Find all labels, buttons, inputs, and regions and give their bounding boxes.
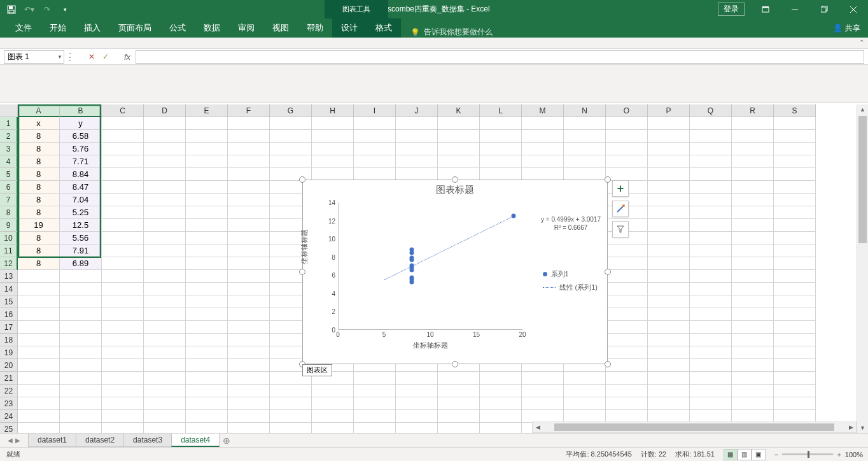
cell-F10[interactable] [228,232,270,245]
y-axis-title[interactable]: 坐标轴标题 [300,229,309,264]
cell-P9[interactable] [648,219,690,232]
tab-data[interactable]: 数据 [195,18,229,38]
cell-R18[interactable] [732,334,774,346]
cell-I24[interactable] [354,410,396,423]
row-header-7[interactable]: 7 [0,194,18,206]
cell-D16[interactable] [144,308,186,321]
row-header-20[interactable]: 20 [0,359,18,372]
cell-E13[interactable] [186,270,228,283]
cell-C15[interactable] [102,295,144,308]
cell-P15[interactable] [648,295,690,308]
tab-home[interactable]: 开始 [41,18,75,38]
cell-D15[interactable] [144,295,186,308]
cell-S21[interactable] [774,372,816,385]
cell-H2[interactable] [312,130,354,143]
cell-M1[interactable] [522,117,564,130]
col-header-I[interactable]: I [354,104,396,117]
chart-handle-top-left[interactable] [299,176,305,183]
row-header-9[interactable]: 9 [0,219,18,232]
cell-K24[interactable] [438,410,480,423]
chart-filters-button[interactable] [612,221,629,238]
cell-Q7[interactable] [690,194,732,206]
formula-input[interactable] [136,50,864,64]
tab-file[interactable]: 文件 [6,18,41,38]
sheet-tab-dataset4[interactable]: dataset4 [171,434,220,447]
cell-R14[interactable] [732,283,774,295]
cell-B7[interactable]: 7.04 [60,194,102,206]
col-header-P[interactable]: P [648,104,690,117]
cell-D7[interactable] [144,194,186,206]
col-header-S[interactable]: S [774,104,816,117]
cell-F21[interactable] [228,372,270,385]
col-header-O[interactable]: O [606,104,648,117]
row-header-22[interactable]: 22 [0,385,18,397]
col-header-Q[interactable]: Q [690,104,732,117]
cell-F2[interactable] [228,130,270,143]
cell-A25[interactable] [18,423,60,433]
cell-K1[interactable] [438,117,480,130]
cell-D22[interactable] [144,385,186,397]
tab-layout[interactable]: 页面布局 [109,18,160,38]
cell-S19[interactable] [774,346,816,359]
cell-P5[interactable] [648,168,690,181]
cell-G24[interactable] [270,410,312,423]
cell-S7[interactable] [774,194,816,206]
cell-D4[interactable] [144,155,186,168]
cell-A5[interactable]: 8 [18,168,60,181]
zoom-slider[interactable] [782,453,833,455]
cell-P11[interactable] [648,245,690,257]
cell-P12[interactable] [648,257,690,270]
cell-O20[interactable] [606,359,648,372]
cell-B9[interactable]: 12.5 [60,219,102,232]
cell-Q22[interactable] [690,385,732,397]
cell-L5[interactable] [480,168,522,181]
cell-C24[interactable] [102,410,144,423]
cell-O13[interactable] [606,270,648,283]
cell-F15[interactable] [228,295,270,308]
cell-O3[interactable] [606,143,648,155]
cell-R13[interactable] [732,270,774,283]
col-header-A[interactable]: A [18,104,60,117]
row-header-5[interactable]: 5 [0,168,18,181]
cell-B10[interactable]: 5.56 [60,232,102,245]
cell-O4[interactable] [606,155,648,168]
cell-I25[interactable] [354,423,396,433]
cell-N5[interactable] [564,168,606,181]
cell-H5[interactable] [312,168,354,181]
chart-handle-mid-left[interactable] [299,269,305,275]
sheet-tab-dataset3[interactable]: dataset3 [123,434,172,447]
data-point-9[interactable] [410,256,414,260]
cell-E1[interactable] [186,117,228,130]
zoom-value[interactable]: 100% [845,451,863,458]
col-header-R[interactable]: R [732,104,774,117]
cell-N2[interactable] [564,130,606,143]
cell-I2[interactable] [354,130,396,143]
cell-P10[interactable] [648,232,690,245]
cell-Q3[interactable] [690,143,732,155]
cell-P4[interactable] [648,155,690,168]
cell-F14[interactable] [228,283,270,295]
cell-I22[interactable] [354,385,396,397]
row-header-11[interactable]: 11 [0,245,18,257]
cell-N1[interactable] [564,117,606,130]
cell-D13[interactable] [144,270,186,283]
horizontal-scrollbar[interactable]: ◀ ▶ [532,422,857,433]
cell-Q10[interactable] [690,232,732,245]
cell-D3[interactable] [144,143,186,155]
cell-A18[interactable] [18,334,60,346]
cell-S20[interactable] [774,359,816,372]
chart-legend[interactable]: 系列1 线性 (系列1) [543,269,598,296]
row-header-16[interactable]: 16 [0,308,18,321]
cell-F18[interactable] [228,334,270,346]
cell-A9[interactable]: 19 [18,219,60,232]
cell-J1[interactable] [396,117,438,130]
cell-D2[interactable] [144,130,186,143]
cell-Q17[interactable] [690,321,732,334]
cell-H1[interactable] [312,117,354,130]
cell-S10[interactable] [774,232,816,245]
cell-A12[interactable]: 8 [18,257,60,270]
row-header-1[interactable]: 1 [0,117,18,130]
cell-Q14[interactable] [690,283,732,295]
cell-N23[interactable] [564,397,606,410]
cell-Q1[interactable] [690,117,732,130]
